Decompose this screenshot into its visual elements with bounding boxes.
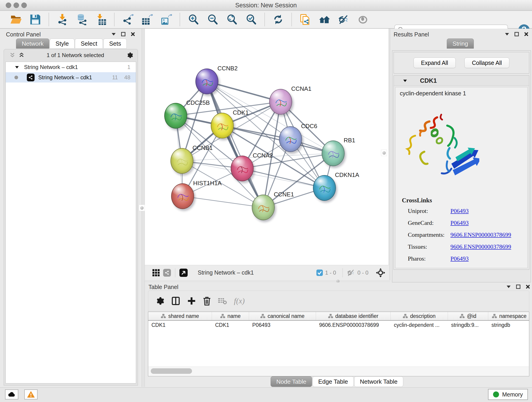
column-header-description[interactable]: description xyxy=(391,312,448,320)
zoom-selected-icon[interactable] xyxy=(244,13,258,26)
export-image-icon[interactable] xyxy=(160,13,173,26)
left-splitter-handle[interactable] xyxy=(139,205,145,211)
selected-checkbox-icon[interactable] xyxy=(317,269,323,276)
right-splitter-handle[interactable] xyxy=(381,150,387,156)
column-header-namespace[interactable]: namespace xyxy=(488,312,529,320)
duplicate-network-icon[interactable] xyxy=(298,13,312,26)
zoom-out-icon[interactable] xyxy=(206,13,219,26)
network-view-type-icon[interactable] xyxy=(163,269,171,277)
show-all-icon[interactable] xyxy=(356,13,370,26)
hidden-eye-slash-icon[interactable] xyxy=(347,269,355,277)
network-node-ccna2[interactable] xyxy=(231,156,254,181)
table-cell: CDK1 xyxy=(212,322,249,328)
expand-all-chevrons-icon[interactable] xyxy=(9,52,15,58)
tab-network[interactable]: Network xyxy=(16,38,49,49)
grid-mode-icon[interactable] xyxy=(152,269,160,277)
network-edges[interactable] xyxy=(145,29,389,265)
memory-button[interactable]: Memory xyxy=(488,389,528,400)
network-view-title: String Network – cdk1 xyxy=(198,269,254,276)
birds-eye-view-icon[interactable] xyxy=(179,269,188,277)
crosslinks-list: Uniprot:P06493GeneCard:P06493Compartment… xyxy=(408,205,511,265)
control-panel-menu-caret-icon[interactable] xyxy=(111,32,116,36)
table-panel-menu-caret-icon[interactable] xyxy=(506,284,511,289)
cloud-button[interactable] xyxy=(5,389,18,400)
network-row[interactable]: String Network – cdk1 11 48 xyxy=(6,72,136,83)
column-header-shared-name[interactable]: shared name xyxy=(148,312,212,320)
collection-expand-caret-icon[interactable] xyxy=(15,65,19,69)
network-options-gear-icon[interactable] xyxy=(126,52,133,59)
column-header-label: @id xyxy=(467,313,476,319)
string-home-icon[interactable] xyxy=(318,13,331,26)
import-table-icon[interactable] xyxy=(94,13,108,26)
network-node-cdk1[interactable] xyxy=(211,113,234,138)
import-network-icon[interactable] xyxy=(56,13,69,26)
import-network-from-database-icon[interactable] xyxy=(75,13,88,26)
network-node-cdc6[interactable] xyxy=(279,126,302,152)
results-panel-close-icon[interactable] xyxy=(524,32,529,36)
tab-style[interactable]: Style xyxy=(50,38,75,49)
network-status-dot-icon xyxy=(14,76,18,79)
save-session-icon[interactable] xyxy=(29,13,42,26)
open-session-icon[interactable] xyxy=(9,13,23,26)
table-hscrollbar-thumb[interactable] xyxy=(151,368,192,374)
gene-section-header[interactable]: CDK1 xyxy=(394,76,529,86)
table-hscrollbar[interactable] xyxy=(148,366,529,376)
warning-button[interactable] xyxy=(24,389,38,400)
network-node-ccnb2[interactable] xyxy=(196,69,218,94)
column-header-database-identifier[interactable]: database identifier xyxy=(316,312,391,320)
export-table-icon[interactable] xyxy=(140,13,154,26)
network-node-ccnb1[interactable] xyxy=(171,148,193,174)
tab-node-table[interactable]: Node Table xyxy=(271,376,312,387)
crosslink-value-link[interactable]: P06493 xyxy=(450,217,469,229)
crosslink-value-link[interactable]: 9606.ENSP00000378699 xyxy=(450,229,511,241)
crosslink-value-link[interactable]: P06493 xyxy=(450,253,469,265)
tab-sets[interactable]: Sets xyxy=(103,38,127,49)
results-panel-float-icon[interactable] xyxy=(514,32,519,36)
add-column-icon[interactable] xyxy=(187,297,196,305)
column-header-name[interactable]: name xyxy=(212,312,249,320)
toolbar-separator xyxy=(180,13,180,26)
network-node-ccna1[interactable] xyxy=(269,89,292,115)
node-label-cdc6: CDC6 xyxy=(301,123,317,130)
network-node-cdc25b[interactable] xyxy=(164,103,187,128)
main-toolbar: ? xyxy=(0,11,532,29)
column-header-@id[interactable]: @id xyxy=(448,312,488,320)
crosslink-value-link[interactable]: P06493 xyxy=(450,205,469,217)
right-splitter[interactable] xyxy=(389,29,390,282)
tab-string[interactable]: String xyxy=(447,38,474,49)
network-canvas[interactable]: CCNB2CCNA1CDC25BCDK1CDC6RB1CCNB1CCNA2CDK… xyxy=(145,29,389,265)
fit-content-crosshair-icon[interactable] xyxy=(376,268,385,278)
expand-all-button[interactable]: Expand All xyxy=(413,57,456,68)
table-panel-close-icon[interactable] xyxy=(526,284,530,289)
tab-select[interactable]: Select xyxy=(75,38,103,49)
control-panel-close-icon[interactable] xyxy=(131,32,135,36)
column-header-label: name xyxy=(228,313,241,319)
network-collection-row[interactable]: String Network – cdk1 1 xyxy=(6,62,136,72)
refresh-layout-icon[interactable] xyxy=(272,13,285,26)
control-panel-float-icon[interactable] xyxy=(121,32,126,36)
collapse-all-chevrons-icon[interactable] xyxy=(19,52,25,58)
show-columns-icon[interactable] xyxy=(171,296,180,306)
gene-collapse-caret-icon[interactable] xyxy=(403,79,407,82)
collapse-all-button[interactable]: Collapse All xyxy=(464,57,510,68)
table-panel-float-icon[interactable] xyxy=(516,284,520,289)
network-node-cdkn1a[interactable] xyxy=(313,175,336,201)
hide-selected-icon[interactable] xyxy=(337,13,350,26)
crosslink-label: Pharos: xyxy=(408,253,450,265)
zoom-in-icon[interactable] xyxy=(187,13,200,26)
network-node-rb1[interactable] xyxy=(322,140,345,166)
delete-column-icon[interactable] xyxy=(203,296,211,306)
tab-edge-table[interactable]: Edge Table xyxy=(312,376,354,387)
network-node-hist1h1a[interactable] xyxy=(171,183,194,209)
crosslink-value-link[interactable]: 9606.ENSP00000378699 xyxy=(450,241,511,253)
node-label-cdc25b: CDC25B xyxy=(186,99,210,106)
column-header-canonical-name[interactable]: canonical name xyxy=(249,312,316,320)
zoom-fit-icon[interactable] xyxy=(225,13,239,26)
table-options-gear-icon[interactable] xyxy=(155,296,164,306)
table-row[interactable]: CDK1CDK1P064939606.ENSP00000378699cyclin… xyxy=(148,321,529,329)
results-panel-menu-caret-icon[interactable] xyxy=(505,32,509,36)
tab-network-table[interactable]: Network Table xyxy=(354,376,403,387)
toolbar-separator xyxy=(291,13,292,26)
export-network-icon[interactable] xyxy=(121,13,134,26)
network-node-ccne1[interactable] xyxy=(252,195,275,220)
